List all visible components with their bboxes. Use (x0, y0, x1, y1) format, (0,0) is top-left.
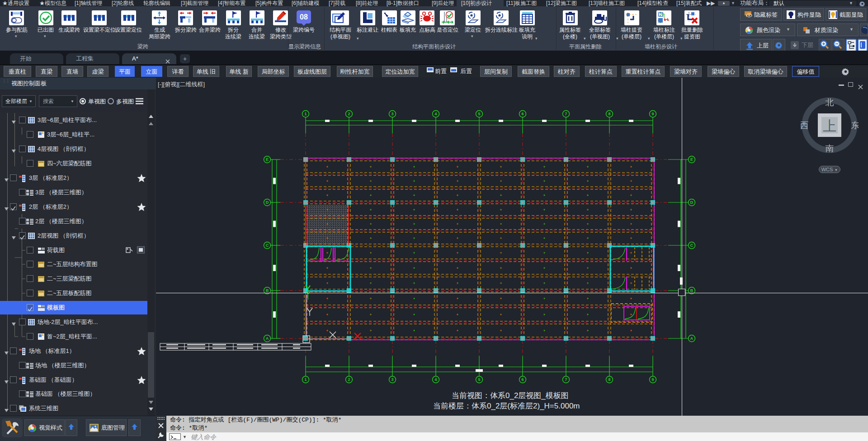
svg-text:9: 9 (651, 112, 654, 116)
svg-text:1: 1 (304, 377, 307, 382)
svg-text:7: 7 (565, 377, 567, 382)
svg-text:2: 2 (348, 377, 350, 382)
svg-text:2: 2 (348, 112, 350, 116)
svg-text:A: A (690, 336, 693, 341)
svg-text:9: 9 (651, 377, 654, 382)
svg-text:5: 5 (478, 377, 480, 382)
svg-text:5: 5 (478, 112, 480, 116)
svg-text:6: 6 (521, 377, 524, 382)
svg-text:B: B (690, 288, 693, 293)
svg-text:E: E (266, 157, 269, 162)
svg-text:C: C (690, 243, 693, 248)
svg-text:东: 东 (851, 121, 859, 130)
svg-text:8: 8 (608, 112, 610, 116)
svg-text:上: 上 (823, 118, 836, 133)
svg-text:6: 6 (521, 112, 524, 116)
svg-text:D: D (266, 200, 269, 205)
svg-text:C: C (266, 243, 269, 248)
svg-text:7: 7 (565, 112, 567, 116)
svg-text:西: 西 (801, 121, 809, 130)
svg-text:4: 4 (434, 377, 437, 382)
svg-text:南: 南 (826, 144, 834, 153)
svg-text:A: A (266, 336, 269, 341)
svg-text:D: D (690, 200, 693, 205)
svg-text:1: 1 (304, 112, 307, 116)
svg-text:3: 3 (391, 377, 393, 382)
svg-text:3: 3 (391, 112, 393, 116)
svg-text:北: 北 (826, 98, 834, 107)
svg-text:4: 4 (434, 112, 437, 116)
svg-text:B: B (266, 288, 269, 293)
svg-text:E: E (690, 157, 693, 162)
svg-text:8: 8 (608, 377, 610, 382)
